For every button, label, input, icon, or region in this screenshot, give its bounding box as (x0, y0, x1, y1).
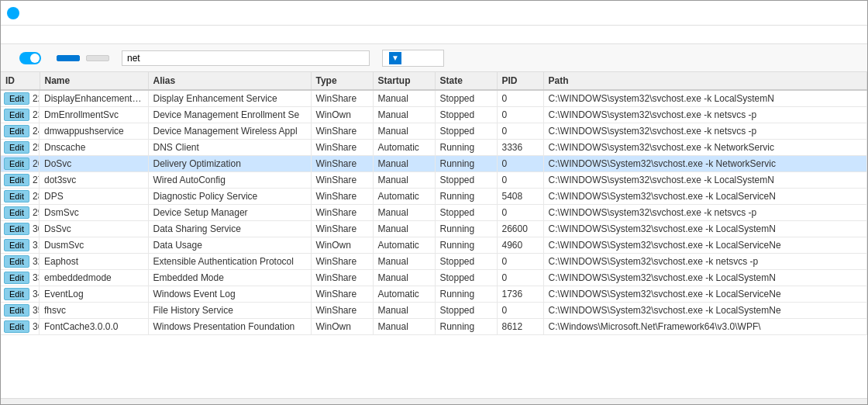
edit-button[interactable]: Edit (4, 288, 29, 300)
cell-alias: Display Enhancement Service (148, 90, 311, 107)
cell-state: Running (435, 221, 497, 237)
edit-button[interactable]: Edit (4, 223, 29, 235)
close-button[interactable] (839, 5, 861, 22)
cell-path: C:\WINDOWS\System32\svchost.exe -k Local… (543, 221, 867, 237)
cell-path: C:\WINDOWS\System32\svchost.exe -k Netwo… (543, 156, 867, 172)
header-name: Name (40, 72, 148, 90)
services-table-container[interactable]: ID Name Alias Type Startup State PID Pat… (1, 72, 867, 398)
edit-button[interactable]: Edit (4, 206, 29, 219)
edit-cell: Edit28 (1, 189, 40, 204)
table-row: Edit36FontCache3.0.0.0Windows Presentati… (1, 319, 867, 335)
table-row: Edit24dmwappushserviceDevice Management … (1, 123, 867, 140)
edit-cell: Edit26 (1, 156, 40, 171)
cell-state: Running (435, 319, 497, 335)
table-row: Edit34EventLogWindows Event LogWinShareA… (1, 286, 867, 303)
edit-cell: Edit31 (1, 237, 40, 253)
table-row: Edit32EaphostExtensible Authentication P… (1, 254, 867, 270)
cell-type: WinShare (311, 140, 373, 156)
cell-type: WinShare (311, 172, 373, 189)
cell-type: WinShare (311, 286, 373, 303)
edit-button[interactable]: Edit (4, 272, 29, 284)
cell-pid: 4960 (497, 237, 543, 254)
cell-alias: Extensible Authentication Protocol (148, 254, 311, 270)
edit-button[interactable]: Edit (4, 304, 29, 317)
cell-startup: Automatic (373, 286, 435, 303)
edit-button[interactable]: Edit (4, 190, 29, 202)
cell-state: Running (435, 140, 497, 156)
edit-button[interactable]: Edit (4, 158, 29, 170)
edit-cell: Edit35 (1, 303, 40, 318)
cell-name: fhsvc (40, 303, 148, 319)
cell-alias: Delivery Optimization (148, 156, 311, 172)
cell-type: WinShare (311, 221, 373, 237)
cell-type: WinShare (311, 90, 373, 107)
all-toggle[interactable] (19, 52, 41, 64)
edit-button[interactable]: Edit (4, 320, 29, 333)
cell-startup: Manual (373, 254, 435, 270)
cell-alias: File History Service (148, 303, 311, 319)
cell-type: WinShare (311, 303, 373, 319)
table-row: Edit26DoSvcDelivery OptimizationWinShare… (1, 156, 867, 172)
edit-button[interactable]: Edit (4, 255, 29, 268)
cell-state: Stopped (435, 172, 497, 189)
filter-input[interactable] (122, 50, 370, 66)
delete-button[interactable] (86, 55, 109, 61)
cell-pid: 5408 (497, 189, 543, 205)
toggle-group (19, 52, 44, 64)
cell-startup: Manual (373, 156, 435, 172)
cell-name: DsSvc (40, 221, 148, 237)
cell-startup: Automatic (373, 237, 435, 254)
cell-pid: 0 (497, 156, 543, 172)
minimize-button[interactable] (793, 5, 815, 22)
cell-alias: Wired AutoConfig (148, 172, 311, 189)
cell-pid: 0 (497, 123, 543, 140)
cell-pid: 8612 (497, 319, 543, 335)
horizontal-scrollbar[interactable] (1, 398, 867, 404)
path-dropdown[interactable]: ▼ (382, 50, 444, 67)
cell-startup: Automatic (373, 189, 435, 205)
header-pid: PID (497, 72, 543, 90)
edit-button[interactable]: Edit (4, 239, 29, 251)
cell-state: Stopped (435, 254, 497, 270)
cell-state: Running (435, 286, 497, 303)
cell-id-value: 24 (33, 126, 40, 137)
header-type: Type (311, 72, 373, 90)
maximize-button[interactable] (816, 5, 838, 22)
cell-state: RunningRunningStopped (435, 156, 497, 172)
cell-state: Stopped (435, 90, 497, 107)
edit-cell: Edit27 (1, 172, 40, 188)
edit-cell: Edit34 (1, 286, 40, 302)
add-button[interactable] (57, 55, 80, 61)
cell-path: C:\WINDOWS\system32\svchost.exe -k Local… (543, 172, 867, 189)
cell-startup: Manual (373, 205, 435, 221)
edit-cell: Edit23 (1, 107, 40, 123)
toolbar: ▼ (1, 44, 867, 72)
edit-button[interactable]: Edit (4, 141, 29, 154)
edit-button[interactable]: Edit (4, 92, 29, 105)
cell-alias: Windows Presentation Foundation (148, 319, 311, 335)
cell-id-value: 30 (33, 223, 40, 234)
menu-tool[interactable] (7, 33, 19, 36)
cell-path: C:\WINDOWS\system32\svchost.exe -k netsv… (543, 205, 867, 221)
edit-button[interactable]: Edit (4, 125, 29, 137)
table-row: Edit23DmEnrollmentSvcDevice Management E… (1, 107, 867, 123)
cell-pid: 26600 (497, 221, 543, 237)
table-row: Edit35fhsvcFile History ServiceWinShareM… (1, 303, 867, 319)
edit-button[interactable]: Edit (4, 109, 29, 121)
cell-startup: Manual (373, 90, 435, 107)
cell-id-value: 26 (33, 158, 40, 169)
edit-button[interactable]: Edit (4, 174, 29, 186)
cell-id-value: 36 (33, 321, 40, 332)
header-state: State (435, 72, 497, 90)
header-id: ID (1, 72, 40, 90)
cell-pid: 3336 (497, 140, 543, 156)
cell-alias: Diagnostic Policy Service (148, 189, 311, 205)
cell-startup: Manual (373, 172, 435, 189)
state-value: Running (440, 158, 475, 169)
cell-state: Stopped (435, 303, 497, 319)
table-row: Edit22DisplayEnhancementSvcDisplay Enhan… (1, 90, 867, 107)
cell-state: Running (435, 189, 497, 205)
cell-startup: Manual (373, 221, 435, 237)
cell-pid: 0 (497, 107, 543, 123)
cell-name: FontCache3.0.0.0 (40, 319, 148, 335)
